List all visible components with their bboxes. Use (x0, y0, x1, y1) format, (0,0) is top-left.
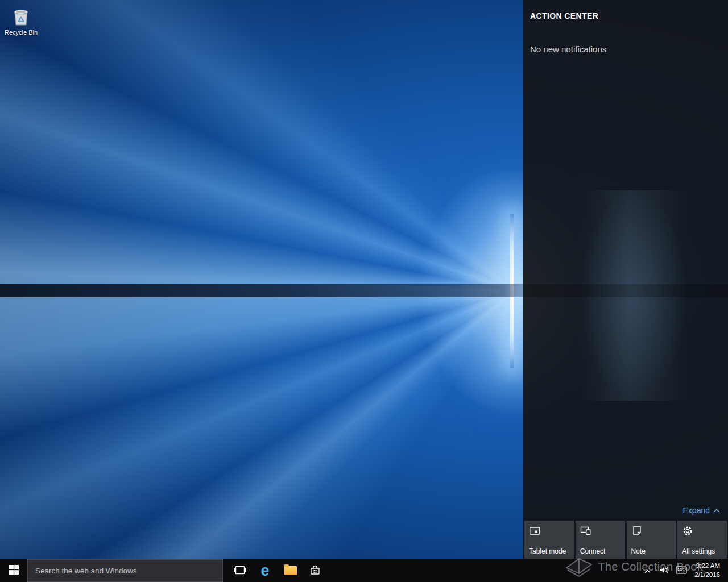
store-bag-icon (309, 564, 321, 577)
file-explorer-button[interactable] (278, 559, 303, 582)
quick-action-connect[interactable]: Connect (576, 521, 625, 559)
edge-icon: e (260, 563, 269, 579)
quick-action-label: Connect (580, 547, 606, 555)
tablet-mode-icon (529, 525, 540, 537)
connect-icon (580, 525, 592, 537)
panel-dark-band (523, 284, 728, 297)
quick-action-label: All settings (682, 547, 715, 555)
chevron-up-icon (713, 506, 720, 515)
speaker-icon (659, 566, 669, 576)
panel-wallpaper-glow (580, 190, 688, 401)
system-tray: 9:22 AM 2/1/2016 (640, 559, 728, 582)
clock-date: 2/1/2016 (694, 571, 720, 580)
start-button[interactable] (0, 559, 27, 582)
quick-action-tablet-mode[interactable]: Tablet mode (524, 521, 574, 559)
tray-chevron-up-button[interactable] (640, 567, 655, 575)
touch-keyboard-icon (676, 566, 687, 576)
file-explorer-icon (284, 566, 297, 575)
expand-label: Expand (683, 506, 710, 515)
action-center-panel: ACTION CENTER No new notifications Expan… (523, 0, 728, 559)
quick-action-note[interactable]: Note (627, 521, 676, 559)
clock-time: 9:22 AM (696, 562, 720, 571)
quick-action-label: Tablet mode (529, 547, 566, 555)
quick-action-all-settings[interactable]: All settings (677, 521, 727, 559)
recycle-bin[interactable]: Recycle Bin (3, 5, 39, 36)
recycle-bin-icon (3, 5, 39, 27)
taskbar: e (0, 559, 728, 582)
chevron-up-icon (644, 567, 651, 575)
touch-keyboard-button[interactable] (674, 566, 689, 576)
action-center-title: ACTION CENTER (523, 0, 728, 20)
no-notifications-text: No new notifications (523, 20, 728, 54)
quick-action-label: Note (631, 547, 646, 555)
volume-button[interactable] (657, 566, 672, 576)
taskbar-clock[interactable]: 9:22 AM 2/1/2016 (691, 562, 725, 579)
wallpaper-dark-band (0, 284, 523, 297)
recycle-bin-label: Recycle Bin (3, 29, 39, 36)
task-view-button[interactable] (228, 559, 253, 582)
task-view-icon (233, 565, 247, 577)
windows-logo-icon (9, 565, 19, 576)
quick-actions-row: Tablet mode Connect No (524, 521, 727, 559)
taskbar-search[interactable] (27, 559, 223, 582)
settings-gear-icon (682, 525, 693, 537)
edge-button[interactable]: e (253, 559, 278, 582)
desktop: Recycle Bin ACTION CENTER No new notific… (0, 0, 728, 582)
expand-button[interactable]: Expand (683, 506, 720, 515)
search-input[interactable] (28, 567, 222, 575)
note-icon (631, 525, 643, 537)
store-button[interactable] (303, 559, 328, 582)
